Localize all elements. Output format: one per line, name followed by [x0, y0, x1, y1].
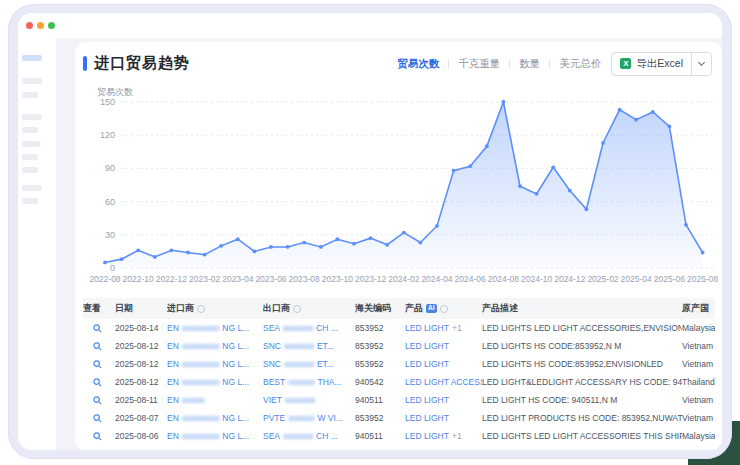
data-point[interactable]	[136, 248, 140, 252]
data-point[interactable]	[684, 223, 688, 227]
view-details-magnifier-icon[interactable]	[93, 324, 102, 333]
exporter-link-visible: SNC	[263, 359, 281, 369]
sidebar-item-6[interactable]	[22, 154, 38, 160]
exporter-link[interactable]: VIETxxxxxxxx	[263, 395, 355, 405]
importer-link[interactable]: ENxxxxxx	[167, 395, 263, 405]
tab-metric-1[interactable]: 千克重量	[458, 57, 500, 71]
data-point[interactable]	[468, 164, 472, 168]
view-details-magnifier-icon[interactable]	[93, 342, 102, 351]
product-link[interactable]: LED LIGHT ACCESSORY	[405, 377, 482, 387]
view-details-magnifier-icon[interactable]	[93, 378, 102, 387]
tab-metric-2[interactable]: 数量	[519, 57, 540, 71]
info-icon[interactable]	[293, 305, 301, 313]
view-details-magnifier-icon[interactable]	[93, 360, 102, 369]
data-point[interactable]	[701, 251, 705, 255]
data-point[interactable]	[551, 165, 555, 169]
column-header: 日期	[115, 302, 167, 315]
description-cell: LED LIGHTS HS CODE:853952,ENVISIONLED	[482, 359, 682, 369]
importer-link[interactable]: ENxxxxxxxxxxNG L...	[167, 341, 263, 351]
exporter-link[interactable]: SNCxxxxxxxxET...	[263, 341, 355, 351]
importer-link[interactable]: ENxxxxxxxxxxNG L...	[167, 431, 263, 441]
data-point[interactable]	[402, 231, 406, 235]
tab-metric-0[interactable]: 贸易次数	[397, 57, 439, 71]
data-point[interactable]	[485, 144, 489, 148]
data-point[interactable]	[120, 257, 124, 261]
importer-link[interactable]: ENxxxxxxxxxxNG L...	[167, 323, 263, 333]
data-point[interactable]	[634, 118, 638, 122]
sidebar-item-9[interactable]	[22, 198, 38, 204]
export-dropdown-button[interactable]	[691, 53, 711, 75]
x-tick-label: 2023-10	[322, 274, 353, 284]
data-point[interactable]	[585, 207, 589, 211]
hs-code-cell: 853952	[355, 341, 405, 351]
sidebar-item-4[interactable]	[22, 127, 38, 133]
data-point[interactable]	[668, 124, 672, 128]
data-point[interactable]	[203, 253, 207, 257]
data-point[interactable]	[419, 241, 423, 245]
data-point[interactable]	[319, 245, 323, 249]
export-button-label: 导出Excel	[636, 57, 683, 71]
data-point[interactable]	[302, 241, 306, 245]
data-point[interactable]	[219, 244, 223, 248]
data-point[interactable]	[651, 110, 655, 114]
minimize-window-icon[interactable]	[37, 22, 44, 29]
maximize-window-icon[interactable]	[48, 22, 55, 29]
data-point[interactable]	[435, 224, 439, 228]
exporter-link[interactable]: SNCxxxxxxxxET...	[263, 359, 355, 369]
sidebar-item-2[interactable]	[22, 92, 38, 98]
data-point[interactable]	[103, 261, 107, 265]
importer-link[interactable]: ENxxxxxxxxxxNG L...	[167, 359, 263, 369]
sidebar-item-7[interactable]	[22, 167, 38, 173]
view-details-magnifier-icon[interactable]	[93, 396, 102, 405]
product-link[interactable]: LED LIGHT	[405, 431, 449, 441]
table-row: 2025-08-12ENxxxxxxxxxxNG L...BESTxxxxxxx…	[83, 373, 715, 391]
exporter-link[interactable]: SEAxxxxxxxxCH ...	[263, 323, 355, 333]
data-point[interactable]	[518, 184, 522, 188]
tab-metric-3[interactable]: 美元总价	[559, 57, 601, 71]
column-header-label: 原产国	[682, 302, 709, 315]
view-details-magnifier-icon[interactable]	[93, 432, 102, 441]
data-point[interactable]	[186, 251, 190, 255]
description-cell: LED LIGHTS LED LIGHT ACCESSORIES THIS SH…	[482, 431, 682, 441]
data-point[interactable]	[336, 237, 340, 241]
importer-link-visible-suffix: NG L...	[222, 431, 249, 441]
info-icon[interactable]	[440, 305, 448, 313]
export-excel-button[interactable]: X 导出Excel	[612, 53, 691, 75]
data-point[interactable]	[153, 255, 157, 259]
data-point[interactable]	[452, 169, 456, 173]
importer-link[interactable]: ENxxxxxxxxxxNG L...	[167, 377, 263, 387]
data-point[interactable]	[601, 141, 605, 145]
data-point[interactable]	[253, 250, 257, 254]
product-link[interactable]: LED LIGHT	[405, 323, 449, 333]
sidebar-item-8[interactable]	[22, 185, 42, 191]
importer-link[interactable]: ENxxxxxxxxxxNG L...	[167, 413, 263, 423]
product-more-count[interactable]: +1	[452, 431, 462, 441]
data-point[interactable]	[352, 242, 356, 246]
sidebar-item-3[interactable]	[22, 114, 42, 120]
sidebar-item-5[interactable]	[22, 141, 40, 147]
sidebar-item-1[interactable]	[22, 78, 42, 84]
data-point[interactable]	[385, 243, 389, 247]
exporter-link[interactable]: BESTxxxxxxxTHA...	[263, 377, 355, 387]
data-point[interactable]	[568, 189, 572, 193]
column-header-label: 日期	[115, 302, 133, 315]
view-details-magnifier-icon[interactable]	[93, 414, 102, 423]
exporter-link[interactable]: SEAxxxxxxxxCH ...	[263, 431, 355, 441]
sidebar-item-0[interactable]	[22, 55, 42, 61]
data-point[interactable]	[170, 248, 174, 252]
info-icon[interactable]	[197, 305, 205, 313]
data-point[interactable]	[236, 237, 240, 241]
product-link[interactable]: LED LIGHT	[405, 359, 449, 369]
close-window-icon[interactable]	[26, 22, 33, 29]
data-point[interactable]	[369, 236, 373, 240]
data-point[interactable]	[535, 192, 539, 196]
data-point[interactable]	[286, 245, 290, 249]
product-more-count[interactable]: +1	[452, 323, 462, 333]
data-point[interactable]	[502, 100, 506, 104]
data-point[interactable]	[618, 108, 622, 112]
data-point[interactable]	[269, 245, 273, 249]
product-link[interactable]: LED LIGHT	[405, 341, 449, 351]
exporter-link[interactable]: PVTExxxxxxxW VI...	[263, 413, 355, 423]
product-link[interactable]: LED LIGHT	[405, 395, 449, 405]
product-link[interactable]: LED LIGHT	[405, 413, 449, 423]
